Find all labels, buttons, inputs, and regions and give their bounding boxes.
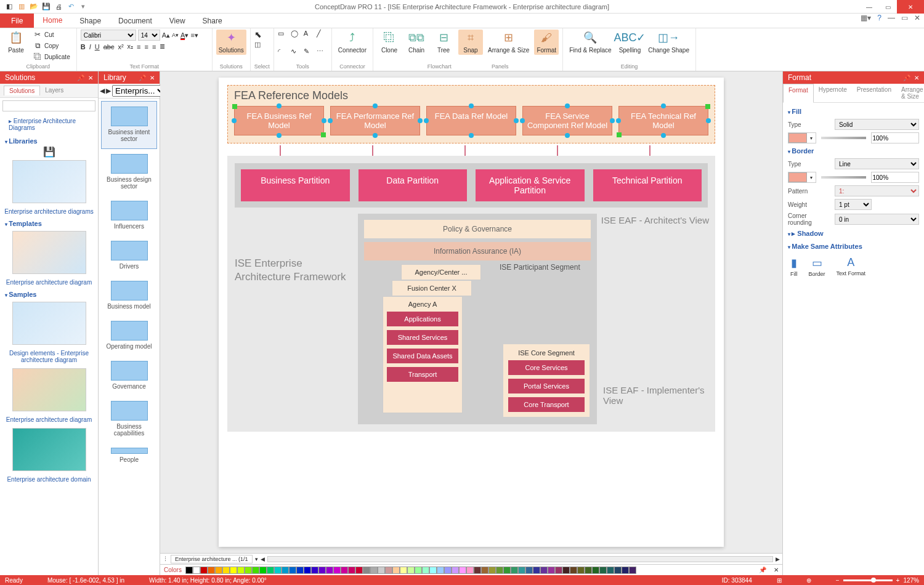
rect-tool-icon[interactable]: ▭ — [278, 30, 289, 38]
scroll-track[interactable] — [267, 556, 773, 562]
bold-button[interactable]: B — [81, 43, 86, 50]
color-swatch[interactable] — [585, 567, 592, 574]
border-color-picker[interactable]: ▾ — [788, 172, 816, 183]
lasso-tool-icon[interactable]: ◫ — [254, 41, 261, 49]
color-swatch[interactable] — [245, 567, 252, 574]
msa-border-button[interactable]: ▭Border — [809, 256, 825, 277]
border-type-select[interactable]: Line — [835, 158, 919, 169]
color-swatch[interactable] — [304, 567, 311, 574]
color-swatch[interactable] — [230, 567, 237, 574]
format-button[interactable]: 🖌Format — [534, 30, 559, 55]
zoom-out-icon[interactable]: − — [836, 577, 840, 584]
color-swatch[interactable] — [185, 567, 193, 574]
sample1-item[interactable]: Design elements - Enterprise architectur… — [2, 347, 95, 366]
arc-tool-icon[interactable]: ◜ — [278, 47, 289, 55]
font-select[interactable]: Calibri — [81, 30, 136, 41]
core-segment[interactable]: ISE Core Segment Core Services Portal Se… — [503, 344, 590, 417]
tab-share[interactable]: Share — [194, 14, 231, 28]
solutions-tab[interactable]: Solutions — [4, 86, 40, 95]
color-swatch[interactable] — [237, 567, 245, 574]
color-swatch[interactable] — [311, 567, 318, 574]
lib-item-2[interactable]: Influencers — [101, 196, 157, 236]
colors-close-icon[interactable]: ✕ — [770, 567, 782, 573]
page-tab[interactable]: Enterprise architecture ... (1/1 — [171, 555, 253, 563]
fill-type-select[interactable]: Solid — [835, 119, 919, 130]
lib-item-7[interactable]: Business capabilities — [101, 396, 157, 443]
color-swatch[interactable] — [341, 567, 348, 574]
sample1-thumbnail[interactable] — [12, 302, 86, 345]
customize-qat-icon[interactable]: ▾ — [79, 2, 87, 11]
child-close-icon[interactable]: ✕ — [914, 14, 920, 22]
sample2-thumbnail[interactable] — [12, 368, 86, 411]
tree-root[interactable]: ▸ Enterprise Architecture Diagrams — [2, 116, 95, 135]
tree-button[interactable]: ⊟Tree — [431, 30, 456, 55]
tab-document[interactable]: Document — [110, 14, 161, 28]
tab-shape[interactable]: Shape — [71, 14, 110, 28]
child-restore-icon[interactable]: ▭ — [901, 14, 908, 22]
color-swatch[interactable] — [540, 567, 548, 574]
color-swatch[interactable] — [503, 567, 511, 574]
color-swatch[interactable] — [392, 567, 400, 574]
duplicate-button[interactable]: ⿻Duplicate — [31, 52, 73, 62]
fmt-tab-hypernote[interactable]: Hypernote — [814, 84, 852, 102]
color-swatch[interactable] — [193, 567, 200, 574]
core-btn-0[interactable]: Core Services — [508, 360, 585, 375]
paste-button[interactable]: 📋 Paste — [4, 30, 28, 55]
fill-opacity-input[interactable] — [871, 132, 920, 143]
ellipse-tool-icon[interactable]: ◯ — [291, 30, 302, 38]
color-swatch[interactable] — [400, 567, 407, 574]
color-swatch[interactable] — [518, 567, 525, 574]
italic-button[interactable]: I — [89, 43, 91, 50]
color-swatch[interactable] — [511, 567, 518, 574]
pen-tool-icon[interactable]: ✎ — [304, 47, 315, 55]
weight-select[interactable]: 1 pt — [835, 199, 872, 210]
grow-font-icon[interactable]: A▴ — [162, 31, 170, 39]
document-canvas[interactable]: FEA Reference Models FEA Business Ref Mo… — [219, 78, 724, 547]
color-swatch[interactable] — [282, 567, 289, 574]
align-right-icon[interactable]: ≡ — [152, 43, 156, 50]
valign-icon[interactable]: ≣ — [160, 42, 165, 50]
color-swatch[interactable] — [437, 567, 444, 574]
arrange-size-button[interactable]: ⊞Arrange & Size — [485, 30, 532, 55]
maximize-button[interactable]: ▭ — [878, 0, 897, 14]
templates-heading[interactable]: Templates — [2, 217, 95, 228]
undo-icon[interactable]: ↶ — [67, 2, 75, 11]
page-tab-menu-icon[interactable]: ⋮ — [163, 556, 168, 562]
lib-item-5[interactable]: Operating model — [101, 316, 157, 356]
strike-button[interactable]: abc — [103, 43, 115, 50]
color-swatch[interactable] — [429, 567, 437, 574]
fea-box-2[interactable]: FEA Data Ref Model — [426, 106, 516, 135]
pin-icon[interactable]: 📌 — [77, 75, 84, 81]
color-swatch[interactable] — [570, 567, 577, 574]
lib-item-0[interactable]: Business intent sector — [101, 101, 157, 149]
bullets-icon[interactable]: ≡▾ — [190, 31, 198, 39]
color-swatch[interactable] — [326, 567, 333, 574]
underline-button[interactable]: U — [95, 43, 100, 50]
color-swatch[interactable] — [208, 567, 215, 574]
color-swatch[interactable] — [562, 567, 570, 574]
lib-item-8[interactable]: People — [101, 443, 157, 469]
font-size-select[interactable]: 14 — [138, 30, 160, 41]
card-btn-0[interactable]: Applications — [387, 312, 458, 326]
border-opacity-input[interactable] — [871, 172, 920, 183]
save-library-icon[interactable]: 💾 — [43, 147, 55, 157]
shrink-font-icon[interactable]: A▾ — [172, 32, 179, 38]
fea-box-3[interactable]: FEA Service Component Ref Model — [522, 106, 612, 135]
text-tool-icon[interactable]: A — [304, 30, 315, 37]
align-left-icon[interactable]: ≡ — [137, 43, 140, 50]
fmt-tab-format[interactable]: Format — [783, 84, 814, 103]
spline-tool-icon[interactable]: ∿ — [291, 47, 302, 55]
library-thumbnail[interactable] — [12, 160, 86, 203]
color-swatch[interactable] — [259, 567, 267, 574]
scroll-left-icon[interactable]: ◀ — [261, 556, 265, 562]
spelling-button[interactable]: ABC✓Spelling — [617, 30, 644, 55]
color-swatch[interactable] — [555, 567, 562, 574]
font-color-icon[interactable]: A▾ — [180, 31, 188, 39]
help-icon[interactable]: ? — [877, 14, 881, 22]
color-swatch[interactable] — [614, 567, 622, 574]
chain-button[interactable]: ⧉⧉Chain — [404, 30, 429, 55]
color-swatch[interactable] — [333, 567, 341, 574]
ia-bar[interactable]: Information Assurance (IA) — [364, 242, 591, 260]
color-swatch[interactable] — [548, 567, 555, 574]
library-item[interactable]: Enterprise architecture diagrams — [2, 206, 95, 217]
